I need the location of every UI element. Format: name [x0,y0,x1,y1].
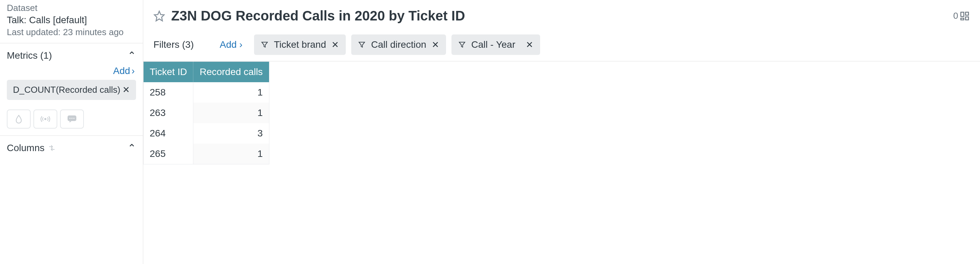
metrics-title: Metrics (1) [7,50,52,61]
star-icon[interactable] [153,10,165,22]
data-area: Ticket ID Recorded calls 258126312643265… [143,61,980,164]
col-header-recorded-calls[interactable]: Recorded calls [193,62,269,83]
chevron-right-icon: › [239,39,242,50]
sidebar: Dataset Talk: Calls [default] Last updat… [0,0,143,264]
metrics-add-button[interactable]: Add› [7,61,136,80]
table-row[interactable]: 2631 [143,103,269,123]
filter-label: Ticket brand [274,39,326,50]
filter-label: Call - Year [471,39,515,50]
layout-count: 0 [953,11,958,21]
chevron-up-icon[interactable]: ⌃ [127,142,136,154]
svg-marker-12 [459,42,465,48]
dataset-info: Dataset Talk: Calls [default] Last updat… [0,0,143,43]
swap-icon[interactable] [48,144,56,152]
columns-title: Columns [7,143,45,153]
svg-rect-6 [961,12,964,16]
cell-recorded-calls: 1 [193,82,269,103]
layout-toggle[interactable]: 0 [953,11,970,21]
title-bar: Z3N DOG Recorded Calls in 2020 by Ticket… [143,0,980,30]
chat-icon-button[interactable] [60,110,84,129]
funnel-icon [261,41,268,48]
col-header-ticket-id[interactable]: Ticket ID [143,62,193,83]
filters-label: Filters (3) [153,39,194,50]
close-icon[interactable]: ✕ [432,40,439,50]
close-icon[interactable]: ✕ [526,40,533,50]
close-icon[interactable]: ✕ [331,40,339,50]
grid-icon [959,11,970,21]
close-icon[interactable]: ✕ [123,84,130,95]
svg-marker-10 [262,42,268,48]
filter-chip-ticket-brand[interactable]: Ticket brand ✕ [254,35,346,55]
table-row[interactable]: 2651 [143,143,269,164]
signal-icon-button[interactable] [33,110,57,129]
dataset-label: Dataset [7,3,136,13]
filter-chip-call-direction[interactable]: Call direction ✕ [351,35,446,55]
columns-section: Columns ⌃ [0,135,143,158]
funnel-icon [458,41,466,48]
filters-add-label: Add [220,39,237,50]
signal-icon [40,116,51,122]
filters-bar: Filters (3) Add › Ticket brand ✕ Call di… [143,30,980,61]
svg-point-2 [70,118,71,119]
filter-chip-call-year[interactable]: Call - Year ✕ [452,35,540,55]
metric-icon-row [7,108,136,131]
table-row[interactable]: 2581 [143,82,269,103]
svg-marker-11 [359,42,365,48]
svg-point-0 [45,118,46,120]
filters-add-button[interactable]: Add › [220,39,242,50]
svg-point-3 [71,118,72,119]
dataset-name: Talk: Calls [default] [7,15,136,25]
funnel-icon [358,41,366,48]
chevron-right-icon: › [132,65,135,76]
svg-rect-9 [966,17,969,20]
svg-point-4 [73,118,74,119]
svg-rect-8 [961,18,964,20]
cell-ticket-id: 263 [143,103,193,123]
svg-marker-5 [154,11,164,21]
columns-header[interactable]: Columns ⌃ [7,142,136,154]
cell-recorded-calls: 1 [193,143,269,164]
drop-icon [14,115,23,124]
filter-label: Call direction [371,39,426,50]
table-row[interactable]: 2643 [143,123,269,143]
main-panel: Z3N DOG Recorded Calls in 2020 by Ticket… [143,0,980,264]
results-table: Ticket ID Recorded calls 258126312643265… [143,61,269,164]
cell-recorded-calls: 1 [193,103,269,123]
cell-ticket-id: 264 [143,123,193,143]
add-label: Add [113,65,130,76]
svg-rect-7 [966,12,969,15]
dataset-updated: Last updated: 23 minutes ago [7,27,136,38]
page-title: Z3N DOG Recorded Calls in 2020 by Ticket… [171,8,947,24]
metric-label: D_COUNT(Recorded calls) [13,84,120,95]
chevron-up-icon[interactable]: ⌃ [127,49,136,61]
metrics-section: Metrics (1) ⌃ Add› D_COUNT(Recorded call… [0,43,143,135]
cell-ticket-id: 258 [143,82,193,103]
metrics-header[interactable]: Metrics (1) ⌃ [7,49,136,61]
drop-icon-button[interactable] [7,110,31,129]
table-header-row: Ticket ID Recorded calls [143,62,269,83]
cell-ticket-id: 265 [143,143,193,164]
metric-chip[interactable]: D_COUNT(Recorded calls) ✕ [7,80,136,100]
chat-icon [67,115,77,123]
cell-recorded-calls: 3 [193,123,269,143]
